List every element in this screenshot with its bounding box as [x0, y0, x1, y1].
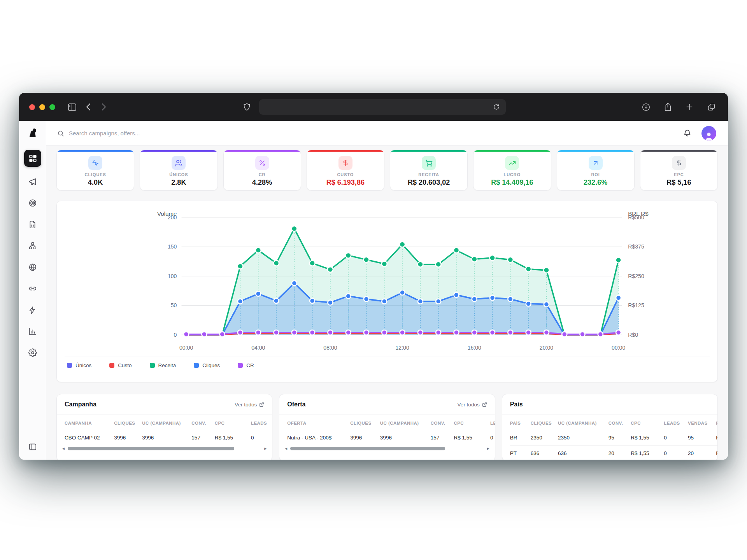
- legend-item-cr[interactable]: CR: [238, 362, 254, 368]
- cliques-point[interactable]: [238, 299, 243, 304]
- cr-point[interactable]: [184, 332, 189, 337]
- cr-point[interactable]: [328, 330, 333, 335]
- receita-point[interactable]: [526, 266, 531, 272]
- receita-point[interactable]: [472, 257, 477, 262]
- column-header[interactable]: RECEITA (CONV.): [716, 415, 717, 430]
- receita-point[interactable]: [436, 262, 441, 267]
- cliques-point[interactable]: [418, 299, 423, 304]
- address-input[interactable]: [264, 104, 492, 110]
- cr-point[interactable]: [202, 332, 207, 337]
- legend-item-únicos[interactable]: Únicos: [67, 362, 91, 368]
- column-header[interactable]: LEADS: [251, 415, 272, 430]
- column-header[interactable]: UC (CAMPANHA): [558, 415, 608, 430]
- column-header[interactable]: CPC: [454, 415, 490, 430]
- sidebar-item-landers[interactable]: [26, 218, 39, 231]
- cr-point[interactable]: [598, 332, 603, 337]
- cliques-point[interactable]: [274, 298, 279, 303]
- cliques-point[interactable]: [364, 296, 369, 301]
- kpi-card-únicos[interactable]: ÚNICOS2.8K: [140, 150, 217, 191]
- reload-icon[interactable]: [492, 101, 501, 113]
- cr-point[interactable]: [238, 330, 243, 335]
- cr-point[interactable]: [508, 330, 513, 335]
- column-header[interactable]: VENDAS: [688, 415, 716, 430]
- column-header[interactable]: CAMPANHA: [65, 415, 114, 430]
- kpi-card-roi[interactable]: ROI232.6%: [557, 150, 635, 191]
- receita-point[interactable]: [328, 267, 333, 272]
- cr-point[interactable]: [544, 330, 549, 335]
- cr-point[interactable]: [400, 330, 405, 335]
- cr-point[interactable]: [346, 330, 351, 335]
- legend-item-cliques[interactable]: Cliques: [194, 362, 220, 368]
- campanha-ver-todos-link[interactable]: Ver todos: [235, 402, 264, 408]
- cr-point[interactable]: [436, 330, 441, 335]
- receita-point[interactable]: [508, 257, 513, 262]
- cr-point[interactable]: [220, 332, 225, 337]
- kpi-card-epc[interactable]: EPCR$ 5,16: [640, 150, 718, 191]
- zoom-window-button[interactable]: [49, 104, 55, 110]
- receita-point[interactable]: [345, 253, 351, 258]
- bell-icon[interactable]: [683, 129, 691, 137]
- column-header[interactable]: CONV.: [608, 415, 631, 430]
- cliques-point[interactable]: [616, 295, 621, 300]
- column-header[interactable]: CLIQUES: [350, 415, 380, 430]
- column-header[interactable]: LEADS: [490, 415, 495, 430]
- kpi-card-receita[interactable]: RECEITAR$ 20.603,02: [390, 150, 468, 191]
- cliques-point[interactable]: [400, 290, 405, 295]
- kpi-card-cliques[interactable]: CLIQUES4.0K: [56, 150, 134, 191]
- cliques-point[interactable]: [472, 296, 477, 301]
- cliques-point[interactable]: [346, 294, 351, 299]
- back-icon[interactable]: [82, 101, 95, 113]
- column-header[interactable]: OFERTA: [287, 415, 350, 430]
- receita-point[interactable]: [417, 262, 423, 267]
- cr-point[interactable]: [292, 330, 297, 335]
- minimize-window-button[interactable]: [39, 104, 45, 110]
- cr-point[interactable]: [256, 330, 261, 335]
- sidebar-item-links[interactable]: [26, 282, 39, 295]
- sidebar-item-automation[interactable]: [26, 303, 39, 317]
- scroll-track[interactable]: [68, 447, 261, 450]
- cliques-point[interactable]: [292, 281, 297, 286]
- kpi-card-lucro[interactable]: LUCROR$ 14.409,16: [473, 150, 551, 191]
- receita-point[interactable]: [616, 257, 621, 263]
- cr-point[interactable]: [418, 330, 423, 335]
- close-window-button[interactable]: [29, 104, 35, 110]
- sidebar-item-dashboard[interactable]: [24, 150, 41, 167]
- sidebar-item-settings[interactable]: [26, 346, 39, 359]
- cr-point[interactable]: [526, 330, 531, 335]
- sidebar-item-domains[interactable]: [26, 261, 39, 274]
- column-header[interactable]: CONV.: [431, 415, 454, 430]
- cr-point[interactable]: [364, 330, 369, 335]
- scroll-right-icon[interactable]: ▸: [487, 446, 489, 451]
- scroll-left-icon[interactable]: ◂: [285, 446, 287, 451]
- cliques-point[interactable]: [508, 296, 513, 301]
- receita-point[interactable]: [454, 248, 459, 253]
- cliques-point[interactable]: [544, 302, 549, 307]
- receita-point[interactable]: [544, 268, 549, 273]
- kpi-card-cr[interactable]: CR4.28%: [223, 150, 301, 191]
- receita-point[interactable]: [490, 255, 495, 261]
- receita-point[interactable]: [363, 257, 369, 262]
- cliques-point[interactable]: [490, 295, 495, 300]
- search-bar[interactable]: [57, 130, 683, 137]
- column-header[interactable]: LEADS: [664, 415, 688, 430]
- receita-point[interactable]: [256, 248, 261, 253]
- sidebar-item-flows[interactable]: [26, 239, 39, 252]
- cliques-point[interactable]: [454, 292, 459, 298]
- panel-left-icon[interactable]: [28, 436, 37, 460]
- search-input[interactable]: [69, 130, 232, 136]
- share-icon[interactable]: [661, 101, 674, 113]
- cr-point[interactable]: [472, 330, 477, 335]
- cliques-point[interactable]: [328, 300, 333, 305]
- new-tab-icon[interactable]: [683, 101, 696, 113]
- time-series-chart[interactable]: 200R$500150R$375100R$25050R$1250R$0Volum…: [65, 206, 710, 355]
- cliques-point[interactable]: [382, 299, 387, 304]
- address-bar[interactable]: [259, 99, 506, 115]
- receita-point[interactable]: [310, 261, 315, 266]
- receita-point[interactable]: [382, 261, 387, 267]
- forward-icon[interactable]: [97, 101, 110, 113]
- scroll-track[interactable]: [290, 447, 484, 450]
- legend-item-receita[interactable]: Receita: [150, 362, 176, 368]
- cr-point[interactable]: [382, 330, 387, 335]
- shield-icon[interactable]: [240, 101, 254, 113]
- cr-point[interactable]: [562, 332, 567, 337]
